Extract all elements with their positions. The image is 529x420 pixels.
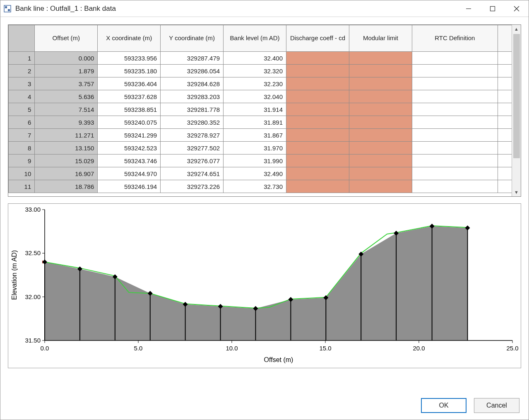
cell-x[interactable]: 593235.180	[98, 65, 161, 77]
cell-level[interactable]: 31.891	[224, 116, 286, 129]
cell-y[interactable]: 329281.778	[161, 103, 224, 116]
cell-y[interactable]: 329286.054	[161, 65, 224, 77]
ok-button[interactable]: OK	[421, 398, 466, 413]
cell-discharge[interactable]	[286, 90, 349, 103]
cell-modular[interactable]	[349, 154, 412, 167]
cell-x[interactable]: 593246.194	[98, 180, 161, 193]
cell-y[interactable]: 329278.927	[161, 129, 224, 142]
cell-y[interactable]: 329283.203	[161, 90, 224, 103]
table-row[interactable]: 45.636593237.628329283.20332.040	[9, 90, 512, 103]
cell-discharge[interactable]	[286, 167, 349, 180]
cell-x[interactable]: 593237.628	[98, 90, 161, 103]
cell-level[interactable]: 32.230	[224, 77, 286, 90]
cell-discharge[interactable]	[286, 103, 349, 116]
cell-y[interactable]: 329284.628	[161, 77, 224, 90]
cell-x[interactable]: 593244.970	[98, 167, 161, 180]
cell-x[interactable]: 593233.956	[98, 52, 161, 65]
table-row[interactable]: 711.271593241.299329278.92731.867	[9, 129, 512, 142]
cell-discharge[interactable]	[286, 129, 349, 142]
cell-rtc[interactable]	[412, 103, 498, 116]
cell-modular[interactable]	[349, 103, 412, 116]
cell-rtc[interactable]	[412, 65, 498, 77]
cell-x[interactable]: 593236.404	[98, 77, 161, 90]
cell-rtc[interactable]	[412, 77, 498, 90]
cell-level[interactable]: 31.914	[224, 103, 286, 116]
cell-modular[interactable]	[349, 129, 412, 142]
cell-level[interactable]: 32.040	[224, 90, 286, 103]
cell-offset[interactable]: 0.000	[35, 52, 98, 65]
cell-offset[interactable]: 16.907	[35, 167, 98, 180]
table-row[interactable]: 1118.786593246.194329273.22632.730	[9, 180, 512, 193]
cell-modular[interactable]	[349, 116, 412, 129]
cell-discharge[interactable]	[286, 65, 349, 77]
table-row[interactable]: 69.393593240.075329280.35231.891	[9, 116, 512, 129]
cell-level[interactable]: 32.490	[224, 167, 286, 180]
cell-offset[interactable]: 7.514	[35, 103, 98, 116]
cell-offset[interactable]: 13.150	[35, 142, 98, 154]
cell-modular[interactable]	[349, 167, 412, 180]
cell-modular[interactable]	[349, 90, 412, 103]
col-rtc-def[interactable]: RTC Definition	[412, 25, 498, 52]
cell-rtc[interactable]	[412, 180, 498, 193]
table-row[interactable]: 915.029593243.746329276.07731.990	[9, 154, 512, 167]
cell-modular[interactable]	[349, 65, 412, 77]
cell-modular[interactable]	[349, 77, 412, 90]
table-row[interactable]: 21.879593235.180329286.05432.320	[9, 65, 512, 77]
cell-modular[interactable]	[349, 142, 412, 154]
cell-x[interactable]: 593238.851	[98, 103, 161, 116]
cell-y[interactable]: 329287.479	[161, 52, 224, 65]
cell-y[interactable]: 329276.077	[161, 154, 224, 167]
cell-x[interactable]: 593243.746	[98, 154, 161, 167]
cell-offset[interactable]: 18.786	[35, 180, 98, 193]
cell-rtc[interactable]	[412, 167, 498, 180]
cell-y[interactable]: 329273.226	[161, 180, 224, 193]
cell-x[interactable]: 593240.075	[98, 116, 161, 129]
cell-discharge[interactable]	[286, 154, 349, 167]
scroll-up-icon[interactable]: ▲	[512, 25, 521, 33]
cell-discharge[interactable]	[286, 142, 349, 154]
cell-offset[interactable]: 11.271	[35, 129, 98, 142]
cell-offset[interactable]: 9.393	[35, 116, 98, 129]
col-bank-level[interactable]: Bank level (m AD)	[224, 25, 286, 52]
cell-modular[interactable]	[349, 52, 412, 65]
bank-data-table[interactable]: Offset (m) X coordinate (m) Y coordinate…	[8, 25, 512, 193]
cell-level[interactable]: 31.970	[224, 142, 286, 154]
cell-level[interactable]: 32.400	[224, 52, 286, 65]
table-row[interactable]: 57.514593238.851329281.77831.914	[9, 103, 512, 116]
cell-level[interactable]: 31.867	[224, 129, 286, 142]
scroll-thumb[interactable]	[513, 34, 520, 158]
cell-rtc[interactable]	[412, 116, 498, 129]
cell-discharge[interactable]	[286, 180, 349, 193]
table-row[interactable]: 10.000593233.956329287.47932.400	[9, 52, 512, 65]
cell-rtc[interactable]	[412, 154, 498, 167]
cell-modular[interactable]	[349, 180, 412, 193]
scroll-down-icon[interactable]: ▼	[512, 188, 521, 196]
cell-y[interactable]: 329274.651	[161, 167, 224, 180]
col-modular-limit[interactable]: Modular limit	[349, 25, 412, 52]
minimize-button[interactable]	[457, 0, 481, 17]
cell-rtc[interactable]	[412, 90, 498, 103]
cell-rtc[interactable]	[412, 129, 498, 142]
cell-level[interactable]: 32.730	[224, 180, 286, 193]
elevation-profile-chart[interactable]: 31.5032.0032.5033.000.05.010.015.020.025…	[8, 203, 521, 368]
cancel-button[interactable]: Cancel	[474, 398, 519, 413]
cell-offset[interactable]: 15.029	[35, 154, 98, 167]
table-vertical-scrollbar[interactable]: ▲ ▼	[512, 25, 521, 196]
col-offset[interactable]: Offset (m)	[35, 25, 98, 52]
cell-offset[interactable]: 1.879	[35, 65, 98, 77]
col-y-coord[interactable]: Y coordinate (m)	[161, 25, 224, 52]
maximize-button[interactable]	[481, 0, 505, 17]
cell-discharge[interactable]	[286, 77, 349, 90]
cell-x[interactable]: 593242.523	[98, 142, 161, 154]
cell-y[interactable]: 329277.502	[161, 142, 224, 154]
cell-discharge[interactable]	[286, 116, 349, 129]
cell-offset[interactable]: 3.757	[35, 77, 98, 90]
col-x-coord[interactable]: X coordinate (m)	[98, 25, 161, 52]
table-row[interactable]: 1016.907593244.970329274.65132.490	[9, 167, 512, 180]
cell-rtc[interactable]	[412, 52, 498, 65]
cell-discharge[interactable]	[286, 52, 349, 65]
table-row[interactable]: 33.757593236.404329284.62832.230	[9, 77, 512, 90]
titlebar[interactable]: Bank line : Outfall_1 : Bank data	[0, 0, 529, 17]
col-discharge-cd[interactable]: Discharge coeff - cd	[286, 25, 349, 52]
cell-offset[interactable]: 5.636	[35, 90, 98, 103]
